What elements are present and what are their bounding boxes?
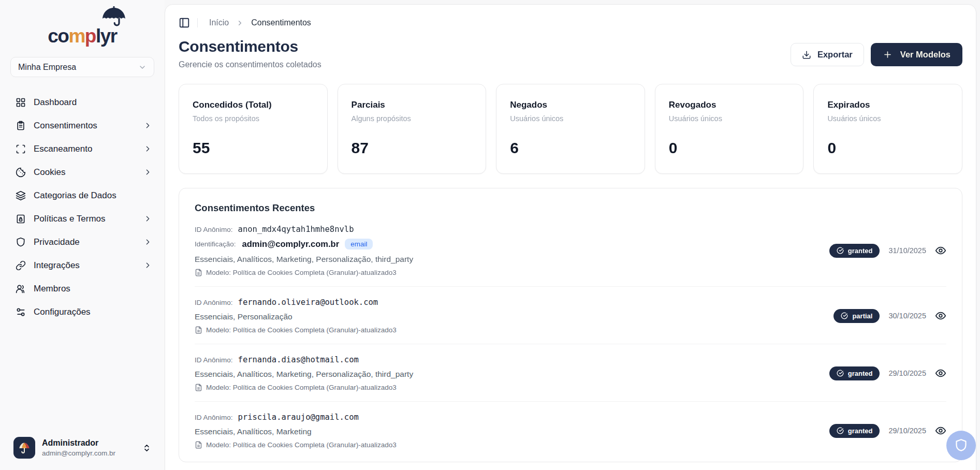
template-text: Modelo: Política de Cookies Completa (Gr…	[206, 441, 397, 449]
check-circle-icon	[841, 312, 848, 319]
brand-name: complyr	[48, 26, 116, 46]
chevron-right-icon	[143, 261, 152, 270]
status-badge: granted	[829, 244, 880, 258]
chevron-right-icon	[143, 121, 152, 130]
sidebar-item-consentimentos[interactable]: Consentimentos	[0, 114, 165, 137]
id-type-badge: email	[345, 239, 373, 249]
consent-row-details: ID Anônimo: priscila.araujo@gmail.com Es…	[195, 413, 397, 449]
eye-icon[interactable]	[935, 368, 946, 379]
consent-date: 29/10/2025	[888, 369, 926, 377]
page-header: Consentimentos Gerencie os consentimento…	[179, 38, 962, 69]
stat-value: 6	[510, 139, 631, 157]
clipboard-icon	[16, 121, 26, 131]
consent-date: 30/10/2025	[888, 312, 926, 320]
user-email: admin@complyr.com.br	[42, 449, 115, 457]
stat-subtitle: Alguns propósitos	[352, 114, 473, 123]
eye-icon[interactable]	[935, 245, 946, 256]
sidebar-item-label: Configurações	[34, 307, 91, 317]
chevron-right-icon	[143, 144, 152, 153]
sidebar-item-integracoes[interactable]: Integrações	[0, 254, 165, 277]
sidebar-item-escaneamento[interactable]: Escaneamento	[0, 137, 165, 160]
file-text-icon	[195, 441, 202, 449]
file-text-icon	[195, 326, 202, 334]
brand-logo: complyr	[0, 7, 165, 46]
sidebar-item-cookies[interactable]: Cookies	[0, 160, 165, 184]
stat-title: Concedidos (Total)	[193, 100, 314, 110]
view-models-button[interactable]: Ver Modelos	[871, 43, 962, 66]
sidebar-item-label: Escaneamento	[34, 144, 92, 154]
sidebar-item-privacidade[interactable]: Privacidade	[0, 230, 165, 254]
cookie-icon	[16, 167, 26, 178]
purposes-text: Essenciais, Analíticos, Marketing, Perso…	[195, 370, 413, 379]
consent-date: 31/10/2025	[888, 246, 926, 255]
identification-line: Identificação: admin@complyr.com.br emai…	[195, 239, 413, 249]
view-models-button-label: Ver Modelos	[900, 50, 950, 60]
stat-card-revogados: Revogados Usuários únicos 0	[655, 84, 804, 174]
export-button-label: Exportar	[817, 50, 853, 60]
privacy-widget-button[interactable]	[946, 431, 976, 460]
chevron-right-icon	[143, 214, 152, 223]
dashboard-grid-icon	[16, 97, 26, 108]
anon-id-label: ID Anônimo:	[195, 226, 233, 233]
chevron-right-icon	[143, 168, 152, 177]
chevron-right-icon	[143, 238, 152, 246]
chevron-right-icon	[236, 19, 244, 27]
sidebar-item-label: Dashboard	[34, 97, 77, 108]
status-badge-label: granted	[848, 370, 873, 377]
sidebar-item-configuracoes[interactable]: Configurações	[0, 300, 165, 324]
template-line: Modelo: Política de Cookies Completa (Gr…	[195, 384, 413, 391]
consent-row-meta: granted 29/10/2025	[829, 424, 946, 438]
recent-consents-title: Consentimentos Recentes	[195, 202, 946, 214]
sidebar-item-politicas-e-termos[interactable]: Políticas e Termos	[0, 207, 165, 230]
template-text: Modelo: Política de Cookies Completa (Gr…	[206, 384, 397, 391]
sidebar-item-label: Integrações	[34, 260, 80, 271]
anon-id-value: fernando.oliveira@outlook.com	[238, 298, 378, 307]
stat-subtitle: Todos os propósitos	[193, 114, 314, 123]
breadcrumb-home-link[interactable]: Início	[209, 18, 229, 27]
umbrella-avatar-icon	[18, 441, 31, 454]
sidebar-item-dashboard[interactable]: Dashboard	[0, 91, 165, 114]
stat-title: Negados	[510, 100, 631, 110]
company-selector-value: Minha Empresa	[18, 63, 76, 72]
users-icon	[16, 284, 26, 294]
umbrella-icon	[100, 6, 127, 27]
stat-subtitle: Usuários únicos	[827, 114, 948, 123]
consent-row-details: ID Anônimo: fernando.oliveira@outlook.co…	[195, 298, 397, 334]
anon-id-line: ID Anônimo: priscila.araujo@gmail.com	[195, 413, 397, 422]
recent-consents-card: Consentimentos Recentes ID Anônimo: anon…	[179, 188, 962, 462]
sidebar: complyr Minha Empresa Dashboard Consenti…	[0, 0, 165, 470]
sidebar-nav: Dashboard Consentimentos Escaneamento Co…	[0, 91, 165, 324]
template-line: Modelo: Política de Cookies Completa (Gr…	[195, 326, 397, 334]
anon-id-value: fernanda.dias@hotmail.com	[238, 355, 359, 364]
sidebar-item-membros[interactable]: Membros	[0, 277, 165, 300]
check-circle-icon	[837, 247, 844, 254]
anon-id-value: anon_mdx4qytah1hmhe8nvlb	[238, 225, 354, 234]
user-menu[interactable]: Administrador admin@complyr.com.br	[0, 429, 165, 470]
eye-icon[interactable]	[935, 425, 946, 436]
breadcrumb-current: Consentimentos	[251, 18, 311, 27]
stat-card-expirados: Expirados Usuários únicos 0	[813, 84, 962, 174]
template-line: Modelo: Política de Cookies Completa (Gr…	[195, 269, 413, 276]
template-text: Modelo: Política de Cookies Completa (Gr…	[206, 269, 397, 276]
company-selector[interactable]: Minha Empresa	[10, 57, 154, 77]
stat-value: 55	[193, 139, 314, 157]
stat-subtitle: Usuários únicos	[669, 114, 790, 123]
sidebar-item-label: Políticas e Termos	[34, 214, 106, 224]
chevrons-up-down-icon	[142, 444, 151, 452]
eye-icon[interactable]	[935, 310, 946, 321]
shield-icon	[954, 438, 968, 452]
stat-value: 0	[669, 139, 790, 157]
sidebar-toggle-icon[interactable]	[179, 17, 190, 28]
sidebar-item-label: Privacidade	[34, 237, 80, 247]
export-button[interactable]: Exportar	[791, 43, 864, 66]
check-circle-icon	[837, 370, 844, 377]
consent-row-details: ID Anônimo: fernanda.dias@hotmail.com Es…	[195, 355, 413, 391]
sidebar-item-categorias-de-dados[interactable]: Categorias de Dados	[0, 184, 165, 207]
purposes-text: Essenciais, Analíticos, Marketing, Perso…	[195, 255, 413, 264]
purposes-text: Essenciais, Analíticos, Marketing	[195, 427, 397, 436]
consent-row-meta: granted 31/10/2025	[829, 244, 946, 258]
sidebar-item-label: Membros	[34, 284, 70, 294]
consent-date: 29/10/2025	[888, 427, 926, 435]
stat-title: Expirados	[827, 100, 948, 110]
stats-row: Concedidos (Total) Todos os propósitos 5…	[179, 84, 962, 174]
